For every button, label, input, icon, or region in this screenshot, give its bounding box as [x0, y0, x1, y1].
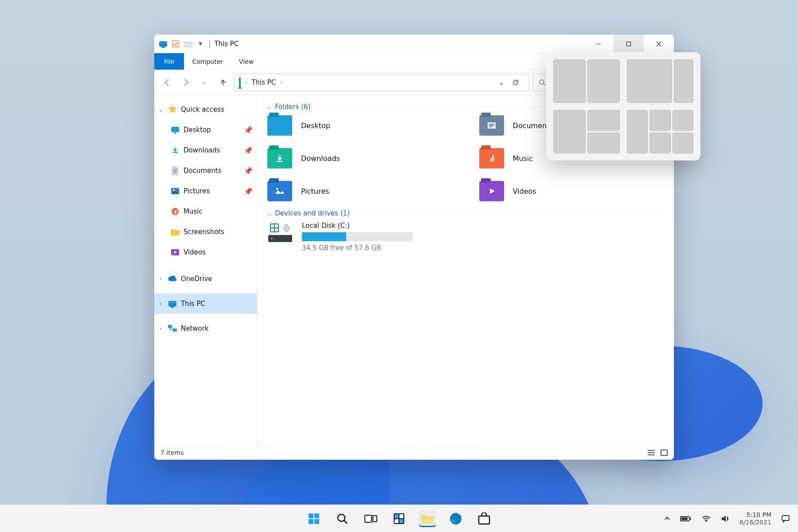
- back-button[interactable]: [160, 75, 175, 90]
- svg-rect-34: [399, 514, 403, 518]
- taskbar-widgets[interactable]: [391, 510, 407, 527]
- address-bar[interactable]: › This PC › ⌄: [234, 74, 529, 91]
- sidebar-item-label: Desktop: [184, 126, 211, 134]
- sidebar-item-label: Pictures: [184, 187, 210, 195]
- breadcrumb-this-pc[interactable]: This PC: [251, 78, 276, 86]
- snap-option-1-2[interactable]: [553, 110, 620, 153]
- view-tab[interactable]: View: [231, 53, 262, 70]
- sidebar-item-desktop[interactable]: Desktop 📌: [154, 120, 257, 140]
- history-dropdown[interactable]: ⌄: [197, 75, 212, 90]
- svg-rect-31: [373, 516, 377, 522]
- chevron-right-icon[interactable]: ›: [157, 325, 164, 332]
- minimize-button[interactable]: [583, 35, 614, 53]
- snap-option-1-2x2[interactable]: [627, 110, 693, 153]
- group-folders-label: Folders (6): [275, 103, 310, 111]
- drive-name: Local Disk (C:): [302, 222, 413, 230]
- qat-dropdown-icon[interactable]: ▼: [196, 39, 205, 48]
- sidebar-item-downloads[interactable]: Downloads 📌: [154, 140, 257, 160]
- taskbar[interactable]: 5:10 PM 6/16/2021: [0, 505, 798, 532]
- computer-tab[interactable]: Computer: [184, 53, 231, 70]
- system-tray[interactable]: 5:10 PM 6/16/2021: [664, 511, 790, 526]
- svg-point-8: [173, 189, 175, 191]
- cloud-icon: [168, 274, 177, 284]
- volume-icon[interactable]: [721, 515, 730, 523]
- file-tab[interactable]: File: [154, 53, 184, 70]
- properties-icon[interactable]: [171, 39, 180, 48]
- svg-rect-6: [174, 133, 176, 133]
- snap-option-7030[interactable]: [627, 59, 693, 103]
- taskbar-clock[interactable]: 5:10 PM 6/16/2021: [739, 511, 771, 526]
- download-icon: [267, 148, 292, 168]
- folder-videos[interactable]: Videos: [479, 181, 665, 201]
- chevron-right-icon[interactable]: ›: [157, 276, 164, 282]
- sidebar-item-network[interactable]: › Network: [154, 318, 257, 339]
- svg-rect-33: [395, 514, 399, 518]
- drive-icon: [267, 222, 295, 242]
- sidebar-item-quick-access[interactable]: ⌄ Quick access: [154, 99, 257, 120]
- close-button[interactable]: [644, 35, 674, 53]
- group-drives-label: Devices and drives (1): [275, 209, 350, 217]
- forward-button[interactable]: [178, 75, 193, 90]
- wifi-icon[interactable]: [701, 515, 711, 522]
- sidebar-item-label: Music: [184, 207, 203, 215]
- taskbar-file-explorer[interactable]: [419, 510, 436, 527]
- chevron-right-icon[interactable]: ›: [280, 79, 282, 85]
- sidebar-item-this-pc[interactable]: › This PC: [154, 293, 257, 314]
- up-button[interactable]: [215, 75, 231, 90]
- taskbar-task-view[interactable]: [362, 510, 379, 527]
- folder-label: Pictures: [301, 187, 329, 196]
- sidebar-item-videos[interactable]: Videos: [154, 242, 257, 262]
- taskbar-search[interactable]: [334, 510, 351, 527]
- titlebar[interactable]: ▼ | This PC: [154, 35, 674, 53]
- svg-point-16: [271, 238, 273, 239]
- start-button[interactable]: [305, 510, 322, 527]
- svg-line-4: [544, 84, 545, 86]
- status-item-count: 7 items: [160, 449, 184, 456]
- search-icon: [539, 79, 546, 86]
- folder-icon: [170, 227, 180, 237]
- svg-rect-21: [275, 228, 278, 231]
- new-folder-icon[interactable]: [184, 39, 192, 48]
- notifications-icon[interactable]: [781, 515, 790, 523]
- status-bar: 7 items: [154, 445, 674, 460]
- svg-rect-24: [314, 513, 319, 518]
- sidebar-item-music[interactable]: Music: [154, 201, 257, 222]
- battery-icon[interactable]: [680, 516, 692, 522]
- folder-downloads[interactable]: Downloads: [267, 148, 453, 168]
- chevron-right-icon[interactable]: ›: [157, 301, 164, 307]
- sidebar-item-documents[interactable]: Documents 📌: [154, 160, 257, 181]
- pin-icon[interactable]: 📌: [244, 167, 253, 175]
- taskbar-store[interactable]: [476, 510, 493, 527]
- maximize-button[interactable]: [614, 35, 644, 53]
- group-drives[interactable]: ⌄ Devices and drives (1): [267, 209, 664, 217]
- sidebar-item-screenshots[interactable]: Screenshots: [154, 222, 257, 242]
- pin-icon[interactable]: 📌: [244, 126, 253, 134]
- sidebar-item-pictures[interactable]: Pictures 📌: [154, 181, 257, 201]
- videos-icon: [479, 181, 504, 201]
- snap-option-2col[interactable]: [553, 59, 620, 103]
- svg-rect-39: [479, 516, 489, 524]
- svg-rect-36: [399, 519, 403, 523]
- pin-icon[interactable]: 📌: [244, 146, 253, 155]
- sidebar-item-onedrive[interactable]: › OneDrive: [154, 269, 257, 289]
- svg-rect-11: [168, 325, 172, 328]
- pin-icon[interactable]: 📌: [244, 187, 253, 196]
- svg-rect-44: [782, 516, 789, 520]
- folder-desktop[interactable]: Desktop: [267, 115, 453, 136]
- chevron-down-icon[interactable]: ⌄: [267, 211, 271, 216]
- svg-point-43: [706, 520, 707, 522]
- refresh-button[interactable]: [512, 79, 524, 86]
- svg-rect-0: [172, 41, 179, 47]
- chevron-right-icon[interactable]: ›: [245, 79, 247, 85]
- taskbar-edge[interactable]: [447, 510, 464, 527]
- sidebar-item-label: Screenshots: [184, 228, 224, 236]
- view-details-button[interactable]: [647, 450, 655, 456]
- tray-overflow-icon[interactable]: [664, 516, 670, 522]
- music-icon: [479, 148, 504, 168]
- view-large-icons-button[interactable]: [661, 450, 668, 456]
- chevron-down-icon[interactable]: ⌄: [157, 106, 164, 113]
- folder-pictures[interactable]: Pictures: [267, 181, 453, 201]
- chevron-down-icon[interactable]: ⌄: [267, 104, 271, 110]
- drive-local-c[interactable]: Local Disk (C:) 34.5 GB free of 57.6 GB: [267, 222, 664, 252]
- address-dropdown-icon[interactable]: ⌄: [495, 78, 508, 86]
